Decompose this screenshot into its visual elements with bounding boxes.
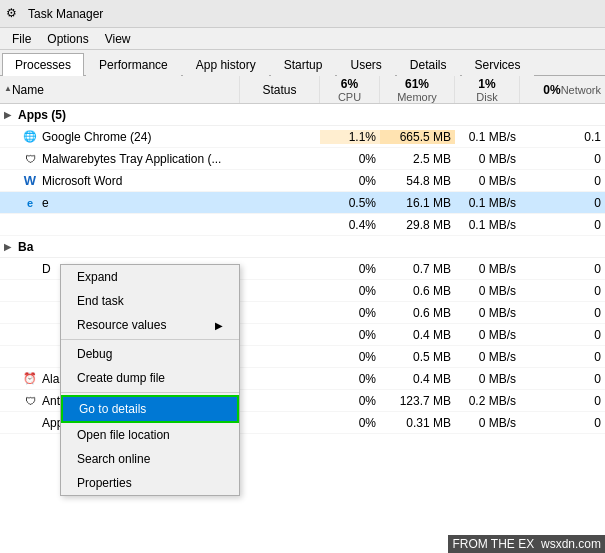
group-header-background[interactable]: ▶ Ba [0,236,605,258]
process-disk: 0 MB/s [455,328,520,342]
process-cpu: 0% [320,306,380,320]
table-row[interactable]: 🛡 Malwarebytes Tray Application (... 0% … [0,148,605,170]
process-name-cell: e e [0,195,240,211]
process-memory: 665.5 MB [380,130,455,144]
context-menu-resource-values[interactable]: Resource values ▶ [61,313,239,337]
process-cpu: 0.5% [320,196,380,210]
cpu-label: CPU [338,91,361,103]
process-disk: 0.1 MB/s [455,218,520,232]
process-disk: 0 MB/s [455,262,520,276]
col-header-network[interactable]: 0% Network [520,76,605,103]
tab-details[interactable]: Details [397,53,460,76]
tab-startup[interactable]: Startup [271,53,336,76]
context-menu-separator-2 [61,392,239,393]
table-row[interactable]: 0.4% 29.8 MB 0.1 MB/s 0 [0,214,605,236]
group-arrow-apps[interactable]: ▶ [4,110,18,120]
antimalware-icon: 🛡 [22,393,38,409]
process-memory: 54.8 MB [380,174,455,188]
context-menu-open-file-location[interactable]: Open file location [61,423,239,447]
process-disk: 0.1 MB/s [455,130,520,144]
menu-view[interactable]: View [97,30,139,48]
process-name-text: e [42,196,49,210]
tab-performance[interactable]: Performance [86,53,181,76]
cpu-percent: 6% [341,77,358,91]
process-cpu: 0% [320,394,380,408]
column-header-row: ▲ Name Status 6% CPU 61% Memory 1% Disk … [0,76,605,104]
process-disk: 0 MB/s [455,350,520,364]
context-menu-expand[interactable]: Expand [61,265,239,289]
process-memory: 2.5 MB [380,152,455,166]
table-row[interactable]: e e 0.5% 16.1 MB 0.1 MB/s 0 [0,192,605,214]
title-bar-text: Task Manager [28,7,103,21]
tab-app-history[interactable]: App history [183,53,269,76]
watermark: FROM THE EX wsxdn.com [448,535,605,553]
net-label: Network [561,84,601,96]
memory-percent: 61% [405,77,429,91]
process-net: 0 [520,306,605,320]
tab-services[interactable]: Services [462,53,534,76]
col-header-cpu[interactable]: 6% CPU [320,76,380,103]
app5-icon [22,217,38,233]
alarms-icon: ⏰ [22,371,38,387]
process-net: 0 [520,416,605,430]
disk-percent: 1% [478,77,495,91]
process-net: 0 [520,394,605,408]
process-name-cell: 🌐 Google Chrome (24) [0,129,240,145]
process-name-text: D [42,262,51,276]
group-arrow-background[interactable]: ▶ [4,242,18,252]
col-header-status[interactable]: Status [240,76,320,103]
tab-processes[interactable]: Processes [2,53,84,76]
context-menu-create-dump[interactable]: Create dump file [61,366,239,390]
app-icon: ⚙ [6,6,22,22]
process-net: 0 [520,152,605,166]
context-menu-go-to-details[interactable]: Go to details [61,395,239,423]
menu-file[interactable]: File [4,30,39,48]
memory-label: Memory [397,91,437,103]
process-cpu: 0% [320,416,380,430]
watermark-text: FROM THE EX [452,537,534,551]
process-net: 0 [520,218,605,232]
process-disk: 0 MB/s [455,174,520,188]
title-bar: ⚙ Task Manager [0,0,605,28]
process-disk: 0.1 MB/s [455,196,520,210]
process-memory: 0.4 MB [380,372,455,386]
process-cpu: 0.4% [320,218,380,232]
tab-users[interactable]: Users [337,53,394,76]
col-name-label: Name [12,83,44,97]
process-name-text: Google Chrome (24) [42,130,151,144]
process-disk: 0 MB/s [455,372,520,386]
context-menu-separator [61,339,239,340]
process-net: 0 [520,328,605,342]
process-disk: 0 MB/s [455,284,520,298]
process-memory: 16.1 MB [380,196,455,210]
process-net: 0 [520,196,605,210]
context-menu-properties[interactable]: Properties [61,471,239,495]
sort-arrow-icon: ▲ [4,84,12,93]
context-menu-end-task[interactable]: End task [61,289,239,313]
col-header-name[interactable]: ▲ Name [0,76,240,103]
process-net: 0 [520,372,605,386]
process-cpu: 0% [320,174,380,188]
process-disk: 0 MB/s [455,152,520,166]
main-content: ▲ Name Status 6% CPU 61% Memory 1% Disk … [0,76,605,553]
process-net: 0 [520,262,605,276]
process-disk: 0 MB/s [455,416,520,430]
table-row[interactable]: 🌐 Google Chrome (24) 1.1% 665.5 MB 0.1 M… [0,126,605,148]
process-cpu: 0% [320,372,380,386]
word-icon: W [22,173,38,189]
group-label-apps: Apps (5) [18,108,66,122]
process-disk: 0.2 MB/s [455,394,520,408]
col-header-disk[interactable]: 1% Disk [455,76,520,103]
group-header-apps[interactable]: ▶ Apps (5) [0,104,605,126]
net-percent: 0% [543,83,560,97]
context-menu-debug[interactable]: Debug [61,342,239,366]
process-name-cell: W Microsoft Word [0,173,240,189]
table-row[interactable]: W Microsoft Word 0% 54.8 MB 0 MB/s 0 [0,170,605,192]
process-net: 0 [520,284,605,298]
process-memory: 0.5 MB [380,350,455,364]
process-disk: 0 MB/s [455,306,520,320]
col-header-memory[interactable]: 61% Memory [380,76,455,103]
process-cpu: 0% [320,328,380,342]
context-menu-search-online[interactable]: Search online [61,447,239,471]
menu-options[interactable]: Options [39,30,96,48]
